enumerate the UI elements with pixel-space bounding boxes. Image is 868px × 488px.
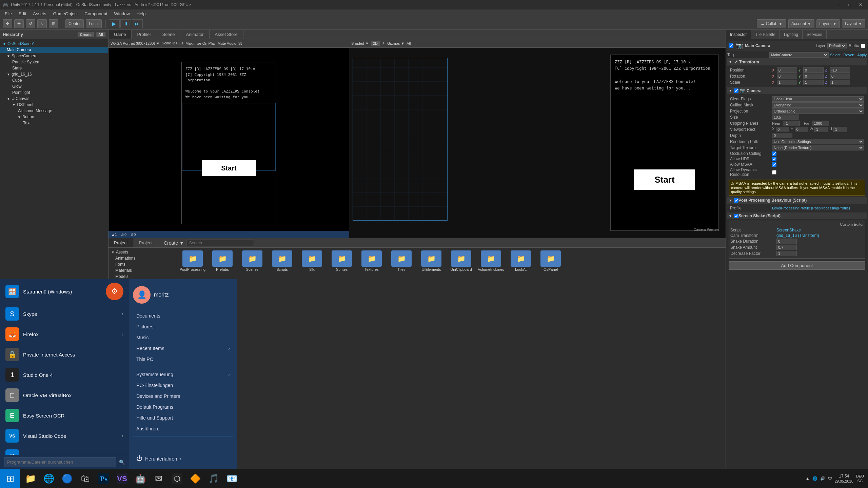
depth-input[interactable] — [772, 133, 792, 138]
tab-project2[interactable]: Project — [133, 238, 158, 247]
start-app-studio[interactable]: 1 Studio One 4 — [0, 365, 129, 385]
hier-ospanel[interactable]: ▼OSPanel — [0, 102, 108, 108]
rot-z-input[interactable] — [830, 74, 850, 79]
start-app-firefox[interactable]: 🦊 Firefox › — [0, 324, 129, 344]
clear-flags-dropdown[interactable]: Don't Clear — [772, 96, 864, 102]
profile-value[interactable]: LevelProcessingProfile (PostProcessingPr… — [772, 206, 850, 210]
camera-enabled-check[interactable] — [734, 88, 738, 93]
folder-sfx[interactable]: 📁Sfx — [298, 250, 326, 271]
start-app-skype1[interactable]: S Skype › — [0, 304, 129, 324]
pos-z-input[interactable] — [830, 67, 850, 73]
add-component-button[interactable]: Add Component — [729, 261, 865, 270]
menu-edit[interactable]: Edit — [15, 9, 29, 18]
hierarchy-all[interactable]: All — [96, 32, 105, 37]
taskbar-blender[interactable]: 🔶 — [186, 471, 204, 487]
start-shutdown[interactable]: ⏻ Herunterfahren › — [133, 452, 233, 465]
tab-services[interactable]: Services — [803, 30, 827, 39]
ss-enabled[interactable] — [734, 214, 738, 218]
start-app-startmenu[interactable]: 🪟 Startmenü (Windows) ⚙ — [0, 279, 129, 304]
tag-dropdown[interactable]: MainCamera — [769, 52, 829, 58]
far-input[interactable] — [812, 121, 829, 126]
pause-button[interactable]: ⏸ — [120, 19, 131, 28]
asset-models[interactable]: Models — [108, 273, 176, 280]
taskbar-file-explorer[interactable]: 📁 — [22, 471, 39, 487]
folder-postprocessing[interactable]: 📁PostProcessing — [179, 250, 206, 271]
decrease-factor-input[interactable] — [776, 251, 797, 256]
culling-dropdown[interactable]: Everything — [772, 102, 864, 108]
start-app-easyocr[interactable]: E Easy Screen OCR — [0, 405, 129, 426]
hier-particle[interactable]: Particle System — [0, 59, 108, 65]
tray-up[interactable]: ▲ — [806, 476, 810, 481]
pp-enabled[interactable] — [734, 198, 738, 203]
folder-uniclipboard[interactable]: 📁UniClipboard — [448, 250, 475, 271]
taskbar-chrome[interactable]: 🌐 — [40, 471, 58, 487]
hier-main-camera[interactable]: Main Camera — [0, 47, 108, 53]
menu-window[interactable]: Window — [111, 9, 133, 18]
resolution-selector[interactable]: WXGA Portrait (800×1280) ▼ — [111, 41, 160, 45]
near-input[interactable] — [783, 121, 800, 126]
scale-y-input[interactable] — [803, 80, 824, 85]
asset-assets[interactable]: ▼Assets — [108, 249, 176, 255]
asset-animations[interactable]: Animations — [108, 255, 176, 261]
dynres-check[interactable] — [772, 170, 776, 175]
start-search-input[interactable] — [4, 457, 116, 467]
start-item-recent[interactable]: Recent Items › — [133, 343, 233, 354]
hierarchy-create[interactable]: Create — [78, 32, 94, 37]
folder-tiles[interactable]: 📁Tiles — [388, 250, 415, 271]
pos-y-input[interactable] — [803, 67, 824, 73]
start-item-defaults[interactable]: Default Programs — [133, 402, 233, 412]
mute-audio[interactable]: Mute Audio — [218, 41, 236, 45]
stats-btn[interactable]: St — [238, 41, 242, 45]
start-item-music[interactable]: Music — [133, 332, 233, 343]
folder-sprites[interactable]: 📁Sprites — [328, 250, 355, 271]
menu-gameobject[interactable]: GameObject — [50, 9, 81, 18]
start-app-vscode[interactable]: VS Visual Studio Code › — [0, 426, 129, 446]
hier-glow[interactable]: Glow — [0, 83, 108, 89]
tab-game[interactable]: Game — [108, 30, 132, 39]
tool-hand[interactable]: ✥ — [3, 19, 12, 28]
scene-all[interactable]: All — [407, 41, 411, 45]
tab-animator[interactable]: Animator — [180, 30, 209, 39]
folder-uielements[interactable]: 📁UIElements — [418, 250, 445, 271]
tab-profiler[interactable]: Profiler — [132, 30, 157, 39]
start-app-pia[interactable]: 🔒 Private Internet Access — [0, 344, 129, 365]
menu-component[interactable]: Component — [81, 9, 111, 18]
taskbar-android[interactable]: 🤖 — [132, 471, 149, 487]
pos-x-input[interactable] — [777, 67, 797, 73]
local-toggle[interactable]: Local — [86, 19, 102, 28]
asset-fonts[interactable]: Fonts — [108, 261, 176, 267]
tab-lighting[interactable]: Lighting — [780, 30, 803, 39]
hier-pointlight[interactable]: Point light — [0, 89, 108, 96]
scale-x-input[interactable] — [777, 80, 797, 85]
start-app-virtualbox[interactable]: □ Oracle VM VirtualBox — [0, 385, 129, 405]
layout-button[interactable]: Layout ▼ — [842, 19, 865, 28]
vh-input[interactable] — [833, 127, 847, 132]
menu-help[interactable]: Help — [133, 9, 149, 18]
screen-shake-section[interactable]: ▼ Screen Shake (Script) — [727, 212, 867, 219]
maximize-play[interactable]: Maximize On Play — [185, 41, 216, 45]
gizmos-dropdown[interactable]: Gizmos ▼ — [387, 41, 405, 45]
collab-button[interactable]: ☁ Collab ▼ — [757, 19, 786, 28]
vx-input[interactable] — [776, 127, 789, 132]
prefab-select[interactable]: Select — [830, 53, 841, 57]
taskbar-email[interactable]: 📧 — [223, 471, 241, 487]
rendering-dropdown[interactable]: Use Graphics Settings — [772, 139, 864, 144]
2d-toggle[interactable]: 2D — [371, 41, 380, 46]
project-search[interactable] — [186, 240, 254, 246]
start-item-documents[interactable]: Documents — [133, 310, 233, 321]
cam-transform-value[interactable]: grid_16_16 (Transform) — [776, 233, 819, 238]
play-button[interactable]: ▶ — [109, 19, 120, 28]
shake-duration-input[interactable] — [776, 239, 797, 244]
start-game-button[interactable]: Start — [202, 160, 256, 176]
vw-input[interactable] — [814, 127, 828, 132]
minimize-button[interactable]: ─ — [834, 1, 844, 8]
target-tex-dropdown[interactable]: None (Render Texture) — [772, 145, 864, 150]
hier-grid[interactable]: ▼grid_16_16 — [0, 71, 108, 77]
tool-move[interactable]: ✚ — [14, 19, 24, 28]
hier-uicanvas[interactable]: ▼UICanvas — [0, 96, 108, 102]
tab-tile-palette[interactable]: Tile Palette — [751, 30, 780, 39]
menu-assets[interactable]: Assets — [29, 9, 50, 18]
close-button[interactable]: ✕ — [856, 1, 865, 8]
hier-cube[interactable]: Cube — [0, 77, 108, 83]
hier-text[interactable]: Text — [0, 120, 108, 126]
